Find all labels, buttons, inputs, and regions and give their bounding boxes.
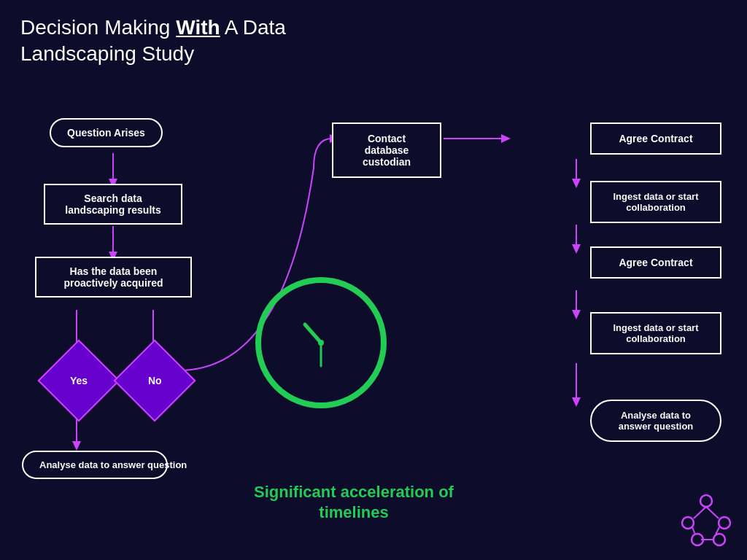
svg-line-31 — [692, 527, 695, 534]
analyse-right-node: Analyse data to answer question — [590, 400, 725, 442]
svg-marker-12 — [501, 134, 511, 143]
search-data-label: Search data landscaping results — [44, 184, 182, 225]
ingest-data-1-label: Ingest data or start collaboration — [590, 181, 721, 223]
agree-contract-2-label: Agree Contract — [590, 246, 721, 279]
analyse-left-label: Analyse data to answer question — [22, 451, 168, 479]
no-diamond: No — [113, 339, 196, 421]
svg-point-28 — [713, 534, 725, 545]
analyse-right-label: Analyse data to answer question — [590, 400, 721, 442]
yes-label: Yes — [70, 375, 88, 386]
svg-point-25 — [682, 517, 694, 529]
acceleration-text: Significant acceleration of timelines — [219, 482, 489, 524]
svg-point-24 — [700, 495, 712, 507]
ingest-data-2-label: Ingest data or start collaboration — [590, 312, 721, 354]
contact-database-label: Contact database custodian — [332, 122, 441, 178]
network-icon — [679, 492, 734, 547]
svg-marker-20 — [572, 397, 581, 407]
svg-line-30 — [706, 507, 719, 518]
ingest-data-2-node: Ingest data or start collaboration — [590, 312, 725, 354]
question-arises-node: Question Arises — [50, 118, 163, 147]
agree-contract-1-label: Agree Contract — [590, 122, 721, 155]
clock-face — [255, 277, 387, 408]
analyse-left-node: Analyse data to answer question — [22, 451, 168, 479]
agree-contract-1-node: Agree Contract — [590, 122, 725, 155]
has-data-node: Has the data been proactively acquired — [35, 257, 192, 298]
clock — [255, 277, 387, 408]
agree-contract-2-node: Agree Contract — [590, 246, 725, 279]
yes-diamond: Yes — [37, 339, 120, 421]
clock-hands — [285, 306, 357, 379]
svg-point-26 — [719, 517, 730, 529]
svg-line-29 — [694, 507, 706, 518]
question-arises-label: Question Arises — [50, 118, 163, 147]
svg-marker-14 — [572, 179, 581, 188]
svg-marker-16 — [572, 244, 581, 254]
search-data-node: Search data landscaping results — [44, 184, 182, 225]
svg-line-22 — [305, 324, 321, 343]
svg-marker-18 — [572, 310, 581, 319]
has-data-label: Has the data been proactively acquired — [35, 257, 192, 298]
ingest-data-1-node: Ingest data or start collaboration — [590, 181, 725, 223]
page-title: Decision Making With A Data Landscaping … — [20, 15, 286, 68]
svg-marker-9 — [72, 441, 81, 451]
no-label: No — [148, 375, 162, 386]
